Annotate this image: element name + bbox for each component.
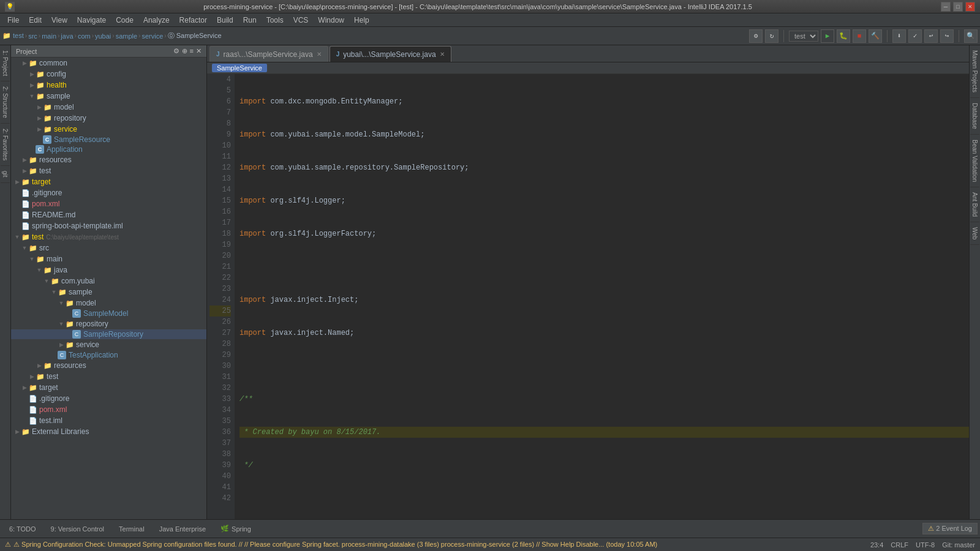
- tree-item-java2[interactable]: ▼📁java: [11, 264, 206, 276]
- tab-yubai-sampleservice[interactable]: J yubai\...\SampleService.java ✕: [330, 46, 451, 62]
- tree-item-samplerepository[interactable]: ▶CSampleRepository: [11, 329, 206, 339]
- tree-item-test2[interactable]: ▶📁test: [11, 371, 206, 382]
- tab-raas-sampleservice[interactable]: J raas\...\SampleService.java ✕: [209, 46, 328, 62]
- tree-item-resources[interactable]: ▶📁resources: [11, 154, 206, 165]
- tab-close-icon-active[interactable]: ✕: [440, 51, 445, 58]
- tree-item-sample[interactable]: ▼📁sample: [11, 91, 206, 102]
- undo-btn[interactable]: ↩: [924, 29, 938, 43]
- tree-item-gitignore2[interactable]: ▶📄.gitignore: [11, 393, 206, 404]
- menu-navigate[interactable]: Navigate: [72, 15, 111, 26]
- bread-test[interactable]: 📁 test: [2, 32, 24, 40]
- vcs-update-btn[interactable]: ⬇: [892, 29, 906, 43]
- tree-item-service[interactable]: ▶📁service: [11, 124, 206, 135]
- tree-item-src2[interactable]: ▼📁src: [11, 242, 206, 253]
- tree-item-readme[interactable]: ▶📄README.md: [11, 209, 206, 220]
- project-gear-icon[interactable]: ⚙: [173, 47, 179, 55]
- menu-tools[interactable]: Tools: [262, 15, 288, 26]
- tree-item-comyubai[interactable]: ▼📁com.yubai: [11, 276, 206, 287]
- bread-java[interactable]: java: [61, 32, 73, 40]
- side-tab-database[interactable]: Database: [970, 98, 979, 135]
- tree-item-sampleresource[interactable]: ▶CSampleResource: [11, 135, 206, 144]
- stop-button[interactable]: ■: [853, 29, 866, 43]
- bread-service[interactable]: service: [141, 32, 163, 40]
- encoding[interactable]: UTF-8: [916, 541, 935, 549]
- bottom-tab-spring[interactable]: 🌿 Spring: [214, 523, 258, 534]
- menu-run[interactable]: Run: [238, 15, 262, 26]
- search-everywhere-btn[interactable]: 🔍: [964, 29, 978, 43]
- menu-file[interactable]: File: [2, 15, 24, 26]
- tree-item-pom2[interactable]: ▶📄pom.xml: [11, 404, 206, 415]
- close-button[interactable]: ✕: [965, 2, 975, 12]
- minimize-button[interactable]: ─: [941, 2, 951, 12]
- bread-sample[interactable]: sample: [116, 32, 137, 40]
- tree-item-service2[interactable]: ▶📁service: [11, 339, 206, 350]
- tree-item-test[interactable]: ▶📁test: [11, 165, 206, 176]
- tree-item-main2[interactable]: ▼📁main: [11, 253, 206, 264]
- tab-close-icon[interactable]: ✕: [317, 51, 322, 58]
- tree-item-extlibs[interactable]: ▶📁External Libraries: [11, 426, 206, 437]
- bread-yubai[interactable]: yubai: [95, 32, 111, 40]
- side-tab-structure[interactable]: 2: Structure: [1, 81, 10, 124]
- menu-analyze[interactable]: Analyze: [138, 15, 175, 26]
- event-log-btn[interactable]: ⚠ 2 Event Log: [922, 523, 978, 534]
- bottom-tab-todo[interactable]: 6: TODO: [2, 523, 43, 534]
- line-ending[interactable]: CRLF: [891, 541, 908, 549]
- side-tab-git[interactable]: git: [1, 166, 10, 183]
- bread-com[interactable]: com: [78, 32, 91, 40]
- tree-item-pomxml[interactable]: ▶📄pom.xml: [11, 198, 206, 209]
- menu-window[interactable]: Window: [313, 15, 349, 26]
- tree-item-target[interactable]: ▶📁target: [11, 176, 206, 187]
- tree-item-model[interactable]: ▶📁model: [11, 102, 206, 113]
- menu-refactor[interactable]: Refactor: [175, 15, 212, 26]
- toolbar-settings-btn[interactable]: ⚙: [749, 29, 763, 43]
- bread-src[interactable]: src: [28, 32, 37, 40]
- tree-item-health[interactable]: ▶📁health: [11, 80, 206, 91]
- side-tab-maven[interactable]: Maven Projects: [970, 45, 979, 98]
- run-config-select[interactable]: test: [789, 31, 818, 42]
- tree-item-test-module[interactable]: ▼📁test C:\baiyu\leap\template\test: [11, 231, 206, 242]
- tree-item-target2[interactable]: ▶📁target: [11, 382, 206, 393]
- side-tab-ant-build[interactable]: Ant Build: [970, 187, 979, 222]
- menu-view[interactable]: View: [47, 15, 72, 26]
- project-close-icon[interactable]: ✕: [196, 47, 202, 55]
- tree-item-model2[interactable]: ▼📁model: [11, 298, 206, 309]
- debug-button[interactable]: 🐛: [837, 29, 850, 43]
- bread-sampleservice[interactable]: ⓪ SampleService: [168, 31, 222, 40]
- project-collapse-icon[interactable]: ≡: [190, 47, 194, 55]
- toolbar-refresh-btn[interactable]: ↻: [765, 29, 778, 43]
- menu-build[interactable]: Build: [212, 15, 238, 26]
- tree-item-repository2[interactable]: ▼📁repository: [11, 318, 206, 329]
- menu-code[interactable]: Code: [111, 15, 138, 26]
- vcs-commit-btn[interactable]: ✓: [908, 29, 922, 43]
- menu-vcs[interactable]: VCS: [288, 15, 314, 26]
- tree-item-samplemodel[interactable]: ▶CSampleModel: [11, 309, 206, 318]
- side-tab-favorites[interactable]: 2: Favorites: [1, 124, 10, 166]
- code-editor[interactable]: 4 5 6 7 8 9 10 11 12 13 14 15 16 17 18 1…: [207, 74, 969, 519]
- run-button[interactable]: ▶: [821, 29, 834, 43]
- tree-item-testapp[interactable]: ▶CTestApplication: [11, 350, 206, 360]
- tree-item-config[interactable]: ▶📁config: [11, 69, 206, 80]
- tree-item-common[interactable]: ▶📁common: [11, 58, 206, 69]
- tree-item-iml[interactable]: ▶📄spring-boot-api-template.iml: [11, 220, 206, 231]
- bread-main[interactable]: main: [42, 32, 56, 40]
- side-tab-bean-validation[interactable]: Bean Validation: [970, 135, 979, 187]
- redo-btn[interactable]: ↪: [940, 29, 954, 43]
- maximize-button[interactable]: □: [953, 2, 963, 12]
- menu-help[interactable]: Help: [349, 15, 374, 26]
- tree-item-sample2[interactable]: ▼📁sample: [11, 287, 206, 298]
- tree-item-resources2[interactable]: ▶📁resources: [11, 360, 206, 371]
- status-warning[interactable]: ⚠ ⚠ Spring Configuration Check: Unmapped…: [5, 541, 657, 549]
- tree-item-repository[interactable]: ▶📁repository: [11, 113, 206, 124]
- bottom-tab-vcs[interactable]: 9: Version Control: [44, 523, 111, 534]
- tree-item-testiml[interactable]: ▶📄test.iml: [11, 415, 206, 426]
- bottom-tab-terminal[interactable]: Terminal: [112, 523, 151, 534]
- bottom-tab-java-enterprise[interactable]: Java Enterprise: [153, 523, 213, 534]
- build-button[interactable]: 🔨: [869, 29, 882, 43]
- code-content[interactable]: import com.dxc.mongodb.EntityManager; im…: [235, 74, 969, 519]
- tree-item-gitignore[interactable]: ▶📄.gitignore: [11, 187, 206, 198]
- side-tab-project[interactable]: 1: Project: [1, 45, 10, 81]
- menu-edit[interactable]: Edit: [24, 15, 47, 26]
- tree-item-application[interactable]: ▶CApplication: [11, 144, 206, 154]
- side-tab-web[interactable]: Web: [970, 222, 979, 245]
- project-sync-icon[interactable]: ⊕: [182, 47, 187, 55]
